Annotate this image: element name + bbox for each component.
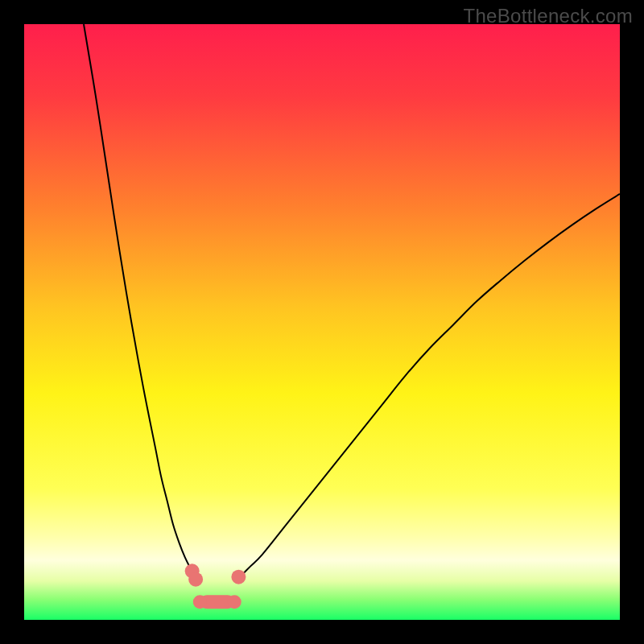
marker-dot <box>228 595 242 609</box>
plot-area <box>24 24 620 620</box>
curve-layer <box>24 24 620 620</box>
marker-dot <box>188 572 203 587</box>
marker-dot <box>193 595 207 609</box>
chart-frame: TheBottleneck.com <box>0 0 644 644</box>
marker-dot <box>231 570 246 584</box>
right-curve <box>238 194 620 578</box>
marker-group <box>185 564 246 609</box>
left-curve <box>84 24 196 578</box>
